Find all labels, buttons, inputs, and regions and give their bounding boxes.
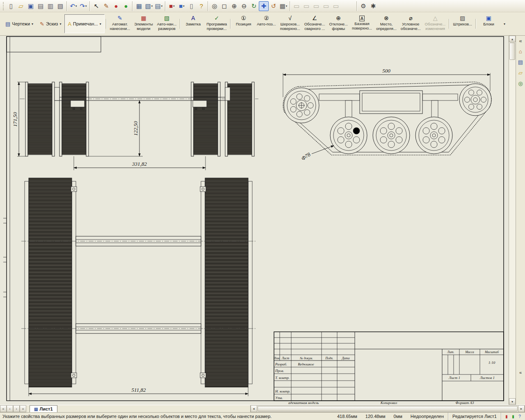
search-icon[interactable]: ◎ <box>517 80 525 87</box>
redo-icon[interactable]: ↷ ▾ <box>78 1 88 11</box>
display-style-icon[interactable]: ▩ ▾ <box>278 1 288 11</box>
btn-datum-target[interactable]: ⊗ Место, определя... <box>374 13 399 34</box>
dropdown-arrow-icon[interactable]: ▾ <box>75 5 77 8</box>
tab-annotations[interactable]: A Примечан... ▾ <box>64 14 104 33</box>
dim-front-height[interactable]: 171,50 <box>12 112 18 127</box>
btn-note[interactable]: A Заметка <box>182 13 204 34</box>
undo-icon[interactable]: ↶ ▾ <box>68 1 78 11</box>
edit-sheet-icon[interactable]: ▯ <box>187 1 196 11</box>
tab-sketch[interactable]: ✎ Эскиз ▾ <box>37 14 64 33</box>
side-view[interactable]: 500 Ф78 <box>283 68 491 162</box>
window-2-icon[interactable]: ▭ <box>301 1 311 11</box>
view-layout-icon[interactable]: ▧ ▾ <box>144 1 154 11</box>
next-sheet-button[interactable]: › <box>13 405 20 412</box>
road-wheel-2[interactable] <box>373 117 410 154</box>
zoom-out-icon[interactable]: ⊖ <box>239 1 249 11</box>
scroll-right-icon[interactable]: ▸ <box>518 406 525 412</box>
horizontal-scrollbar[interactable]: ◂ ▸ <box>250 405 525 412</box>
options-icon[interactable]: ✱ <box>368 1 378 11</box>
model-view-icon[interactable]: ■ ▾ <box>167 1 177 11</box>
zoom-area-icon[interactable]: ◻ <box>219 1 229 11</box>
dropdown-arrow-icon[interactable]: ▾ <box>85 5 87 8</box>
refresh-view-icon[interactable]: ↻ <box>249 1 259 11</box>
drawing-view-icon[interactable]: ■ ▾ <box>177 1 187 11</box>
plan-view[interactable]: 511,82 <box>21 178 256 396</box>
save-icon[interactable]: ▣ <box>26 1 36 11</box>
status-help-icon[interactable]: ? <box>517 413 523 419</box>
dropdown-arrow-icon[interactable]: ▾ <box>161 5 163 8</box>
btn-spell-checker[interactable]: ✓ Программа проверки... <box>204 13 229 34</box>
select-icon[interactable]: ↖ <box>91 1 101 11</box>
print-preview-icon[interactable]: ▥ <box>46 1 55 11</box>
document-properties-icon[interactable]: ▧ <box>55 1 65 11</box>
dim-side-length[interactable]: 500 <box>382 68 390 74</box>
dim-front-axle-height[interactable]: 122,50 <box>132 121 139 136</box>
btn-autodimension-scheme[interactable]: ▧ Авто-нан... размеров <box>155 13 179 34</box>
road-wheel-3[interactable] <box>415 117 452 154</box>
front-view[interactable]: 171,50 122,50 331,82 <box>12 82 258 170</box>
btn-weld-symbol[interactable]: ∠ Обозначе... сварного ... <box>302 13 327 34</box>
horizontal-scroll-thumb[interactable] <box>258 406 518 411</box>
pan-icon[interactable]: ✚ <box>259 1 269 11</box>
dropdown-arrow-icon[interactable]: ▾ <box>173 5 175 8</box>
sheet-tab-list1[interactable]: ▤ Лист1 <box>30 405 57 412</box>
scroll-up-icon[interactable]: ▴ <box>509 36 516 42</box>
drawing-sheet[interactable]: 171,50 122,50 331,82 <box>3 36 509 405</box>
sheet-format-icon[interactable]: ▦ <box>134 1 144 11</box>
btn-surface-finish[interactable]: √ Шерохов... поверхно... <box>278 13 302 34</box>
dropdown-arrow-icon[interactable]: ▾ <box>151 5 153 8</box>
collapse-taskpane-bottom-icon[interactable]: « <box>517 368 525 376</box>
rotate-view-icon[interactable]: ↺ <box>269 1 278 11</box>
dropdown-arrow-icon[interactable]: ▾ <box>183 5 185 8</box>
print-icon[interactable]: ▤ <box>36 1 46 11</box>
tab-drawings[interactable]: ▤ Чертежи ▾ <box>2 14 37 33</box>
btn-hole-callout[interactable]: ⌀ Условное обозначе... <box>399 13 423 34</box>
sketch-icon[interactable]: ✎ <box>101 1 111 11</box>
collapse-taskpane-icon[interactable]: « <box>517 37 525 45</box>
vertical-scroll-track[interactable] <box>509 60 516 398</box>
title-block[interactable]: Изм. Лист № докум. Подп. Дата Разраб. Пр… <box>273 332 504 405</box>
toolbar-grip[interactable] <box>3 2 5 10</box>
open-icon[interactable]: ▱ <box>16 1 26 11</box>
customize-icon[interactable]: ⚙ <box>358 1 368 11</box>
btn-datum-feature[interactable]: A Базовая поверхно... <box>350 13 374 34</box>
first-sheet-button[interactable]: « <box>0 405 7 412</box>
btn-blocks[interactable]: ▣ Блоки <box>477 13 500 34</box>
window-5-icon[interactable]: ▭ <box>331 1 341 11</box>
vertical-scroll-thumb[interactable] <box>509 43 515 60</box>
help-icon[interactable]: ? <box>196 1 206 11</box>
rebuild-icon[interactable]: ● <box>121 1 131 11</box>
zoom-fit-icon[interactable]: ◎ <box>210 1 219 11</box>
btn-revision-symbol[interactable]: △ Обозначе... изменения <box>423 13 448 34</box>
road-wheel-1[interactable] <box>330 117 367 154</box>
btn-model-items[interactable]: ▦ Элементы модели <box>132 13 155 34</box>
btn-balloon[interactable]: ① Позиция <box>232 13 255 34</box>
dropdown-arrow-icon[interactable]: ▾ <box>286 5 288 8</box>
stop-icon[interactable]: ● <box>111 1 121 11</box>
btn-auto-dimension[interactable]: ✎ Автомат. нанесени... <box>108 13 132 34</box>
last-sheet-button[interactable]: » <box>20 405 26 412</box>
scroll-left-icon[interactable]: ◂ <box>251 406 257 412</box>
vertical-scrollbar[interactable]: ▴ ▾ <box>509 36 516 405</box>
window-3-icon[interactable]: ▭ <box>311 1 321 11</box>
zoom-in-icon[interactable]: ⊕ <box>229 1 239 11</box>
window-4-icon[interactable]: ▭ <box>321 1 331 11</box>
btn-auto-balloon[interactable]: ② Авто-поз... <box>255 13 278 34</box>
prev-sheet-button[interactable]: ‹ <box>7 405 13 412</box>
file-explorer-icon[interactable]: ▱ <box>517 69 525 77</box>
btn-area-hatch[interactable]: ▨ Штрихов... <box>451 13 474 34</box>
drawing-canvas[interactable]: 171,50 122,50 331,82 <box>0 36 509 405</box>
scroll-down-icon[interactable]: ▾ <box>509 398 516 405</box>
status-red-indicator[interactable]: ▮ <box>504 413 509 419</box>
new-document-icon[interactable]: ▯ <box>6 1 16 11</box>
dim-side-wheel-diameter[interactable]: Ф78 <box>300 151 312 162</box>
home-icon[interactable]: ⌂ <box>517 48 525 55</box>
dim-plan-width[interactable]: 511,82 <box>132 387 146 393</box>
window-1-icon[interactable]: ▭ <box>292 1 301 11</box>
design-library-icon[interactable]: ▤ <box>517 58 525 66</box>
toolbar-options-icon[interactable]: ▾ <box>502 21 507 27</box>
btn-geometric-tolerance[interactable]: ⊕ Отклоне... формы <box>327 13 350 34</box>
tables-icon[interactable]: ▤ ▾ <box>154 1 164 11</box>
status-green-indicator[interactable]: ▮ <box>510 413 516 419</box>
dim-front-track-spacing[interactable]: 331,82 <box>132 161 147 167</box>
